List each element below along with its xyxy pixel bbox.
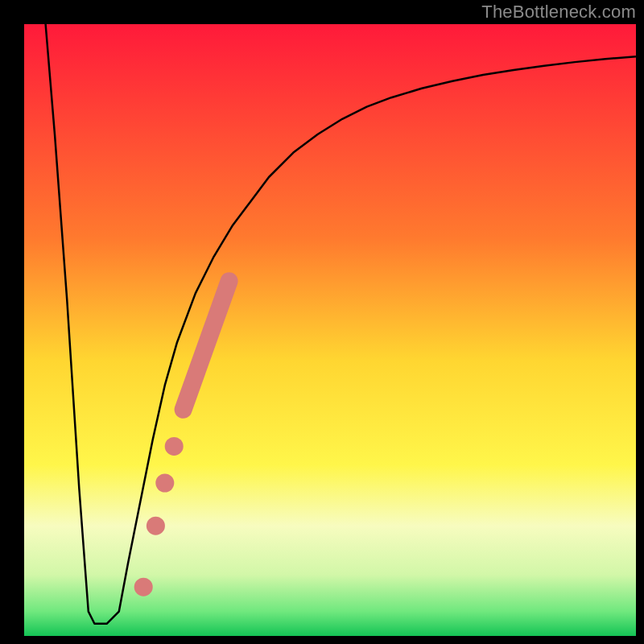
highlight-dots xyxy=(155,474,174,493)
watermark-text: TheBottleneck.com xyxy=(481,2,636,23)
highlight-dots xyxy=(147,517,165,535)
chart-svg xyxy=(0,0,644,644)
highlight-dots xyxy=(134,578,153,597)
bottleneck-chart: TheBottleneck.com xyxy=(0,0,644,644)
highlight-dots xyxy=(165,437,184,456)
chart-plot-area xyxy=(24,24,636,636)
